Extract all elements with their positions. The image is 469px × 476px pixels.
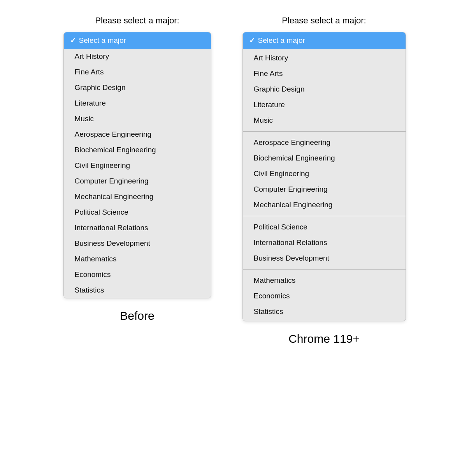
list-item[interactable]: Graphic Design xyxy=(64,80,211,95)
list-item[interactable]: Business Development xyxy=(243,250,406,266)
list-item[interactable]: Mechanical Engineering xyxy=(64,189,211,205)
after-selected-item[interactable]: ✓ Select a major xyxy=(243,32,406,49)
list-item[interactable]: Art History xyxy=(243,50,406,66)
after-label: Please select a major: xyxy=(282,16,366,26)
list-item[interactable]: Literature xyxy=(243,97,406,113)
list-item[interactable]: Mechanical Engineering xyxy=(243,197,406,213)
list-item[interactable]: Music xyxy=(243,113,406,128)
list-item[interactable]: Graphic Design xyxy=(243,81,406,97)
list-item[interactable]: Computer Engineering xyxy=(243,182,406,197)
after-dropdown[interactable]: ✓ Select a major Art HistoryFine ArtsGra… xyxy=(242,32,406,321)
list-item[interactable]: Statistics xyxy=(64,282,211,298)
list-item[interactable]: Literature xyxy=(64,95,211,111)
after-caption: Chrome 119+ xyxy=(288,332,360,346)
list-item[interactable]: Economics xyxy=(64,267,211,282)
list-item[interactable]: Fine Arts xyxy=(64,64,211,80)
after-selected-label: Select a major xyxy=(258,36,305,45)
after-groups-container: Art HistoryFine ArtsGraphic DesignLitera… xyxy=(243,49,406,321)
before-items-list: Art HistoryFine ArtsGraphic DesignLitera… xyxy=(64,49,211,298)
list-item[interactable]: Mathematics xyxy=(243,273,406,288)
list-item[interactable]: Music xyxy=(64,111,211,127)
before-caption: Before xyxy=(120,309,154,323)
before-selected-item[interactable]: ✓ Select a major xyxy=(64,32,211,49)
list-item[interactable]: Business Development xyxy=(64,236,211,251)
list-item[interactable]: Aerospace Engineering xyxy=(64,127,211,142)
checkmark-icon-after: ✓ xyxy=(249,36,255,45)
list-item[interactable]: International Relations xyxy=(243,235,406,250)
list-item[interactable]: Political Science xyxy=(243,219,406,235)
after-group-1: Aerospace EngineeringBiochemical Enginee… xyxy=(243,133,406,214)
group-divider xyxy=(243,269,406,270)
after-panel: Please select a major: ✓ Select a major … xyxy=(242,16,406,346)
before-label: Please select a major: xyxy=(95,16,179,26)
before-selected-label: Select a major xyxy=(79,36,126,45)
list-item[interactable]: Civil Engineering xyxy=(243,166,406,182)
list-item[interactable]: Political Science xyxy=(64,205,211,220)
after-group-0: Art HistoryFine ArtsGraphic DesignLitera… xyxy=(243,49,406,130)
list-item[interactable]: Biochemical Engineering xyxy=(64,142,211,158)
list-item[interactable]: Economics xyxy=(243,288,406,304)
list-item[interactable]: Statistics xyxy=(243,304,406,319)
before-dropdown[interactable]: ✓ Select a major Art HistoryFine ArtsGra… xyxy=(63,32,211,298)
list-item[interactable]: International Relations xyxy=(64,220,211,236)
list-item[interactable]: Fine Arts xyxy=(243,66,406,81)
checkmark-icon: ✓ xyxy=(70,36,76,45)
list-item[interactable]: Aerospace Engineering xyxy=(243,135,406,150)
group-divider xyxy=(243,131,406,132)
after-group-2: Political ScienceInternational Relations… xyxy=(243,218,406,268)
list-item[interactable]: Biochemical Engineering xyxy=(243,150,406,166)
list-item[interactable]: Computer Engineering xyxy=(64,173,211,189)
list-item[interactable]: Civil Engineering xyxy=(64,158,211,173)
before-panel: Please select a major: ✓ Select a major … xyxy=(63,16,211,323)
list-item[interactable]: Art History xyxy=(64,49,211,64)
comparison-container: Please select a major: ✓ Select a major … xyxy=(8,16,461,346)
list-item[interactable]: Mathematics xyxy=(64,251,211,267)
after-group-3: MathematicsEconomicsStatistics xyxy=(243,271,406,321)
group-divider xyxy=(243,216,406,216)
